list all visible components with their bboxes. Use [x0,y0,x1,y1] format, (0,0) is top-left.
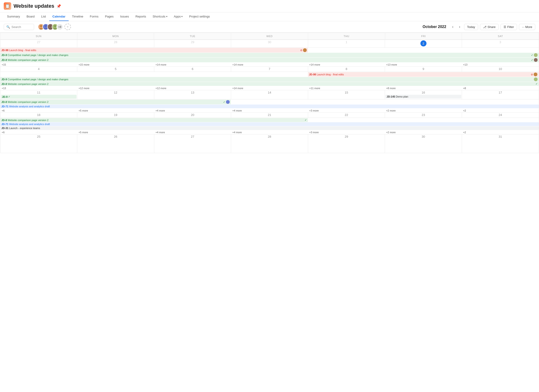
tab-pages[interactable]: Pages [102,12,117,21]
day-cell[interactable]: 27 28 29 30 1 [0,40,539,48]
more-link[interactable]: +6 [1,109,6,112]
more-link[interactable]: +13 [462,63,468,67]
day-8[interactable]: 8 [308,67,385,72]
tab-apps[interactable]: Apps ▾ [171,12,186,21]
tab-project-settings[interactable]: Project settings [186,12,213,21]
more-link[interactable]: +4 more [231,130,243,134]
next-month-button[interactable]: › [457,24,462,30]
tab-shortcuts[interactable]: Shortcuts ▾ [149,12,171,21]
day-28-sep[interactable]: 28 [77,40,154,48]
tab-issues[interactable]: Issues [117,12,132,21]
tab-list[interactable]: List [38,12,49,21]
event-jd98-week1[interactable]: JD-98 Launch blog - final edits ⊘ [0,48,308,53]
event-jd9-week1[interactable]: JD-9 Competitive market page / design an… [0,53,539,57]
day-12[interactable]: 12 [77,90,154,99]
more-link[interactable]: +8 [462,86,467,90]
tab-calendar[interactable]: Calendar [49,12,69,21]
event-jd8-week3[interactable]: JD-8 Website comparison page version 2 ✓ [0,100,231,104]
more-link[interactable]: +4 more [154,109,166,112]
filter-button[interactable]: ☰ Filter [500,24,517,30]
day-23[interactable]: 23 [385,113,462,118]
more-link[interactable]: +5 more [77,109,89,112]
day-16[interactable]: 16 JD-145 Demo plan [385,90,462,99]
more-link[interactable]: +12 more [154,86,167,90]
day-7[interactable]: 7 [231,67,308,72]
day-19[interactable]: 19 [77,113,154,118]
day-29-sep[interactable]: 29 [154,40,231,48]
day-29-oct[interactable]: 29 [308,134,385,153]
day-10[interactable]: 10 [462,67,539,72]
prev-month-button[interactable]: ‹ [450,24,455,30]
tab-summary[interactable]: Summary [4,12,23,21]
event-jd145[interactable]: JD-145 Demo plan [385,95,461,98]
event-jd71-week3[interactable]: JD-71 Website analysis and analytics dra… [0,105,539,108]
day-31[interactable]: 31 [462,134,539,153]
more-link[interactable]: +14 more [308,63,321,67]
event-jd8-week2[interactable]: JD-8 Website comparison page version 2 ✓ [0,82,539,86]
day-18[interactable]: 18 [0,113,77,118]
day-6[interactable]: 6 [154,67,231,72]
day-20[interactable]: 20 [154,113,231,118]
more-link[interactable]: +2 [462,109,467,112]
day-3-oct[interactable]: 3 [462,40,539,48]
today-button[interactable]: Today [464,24,478,30]
more-link[interactable]: +13 more [385,63,398,67]
event-jd9-day11[interactable]: JD-9 ✓ [1,95,77,99]
pin-icon[interactable]: 📌 [57,4,61,8]
more-link[interactable]: +14 more [154,63,167,67]
more-link[interactable]: +2 [462,130,467,134]
day-9[interactable]: 9 [385,67,462,72]
day-17[interactable]: 17 [462,90,539,99]
event-jd8-week1[interactable]: JD-8 Website comparison page version 2 ✓ [0,58,539,62]
day-30-sep[interactable]: 30 [231,40,308,48]
more-link[interactable]: +14 more [231,86,244,90]
more-link[interactable]: +13 [1,86,7,90]
more-link[interactable]: +15 [1,63,7,67]
more-link[interactable]: +12 more [77,86,90,90]
tab-reports[interactable]: Reports [132,12,149,21]
event-jd31-week4[interactable]: JD-31 Launch - experience teams [0,126,539,130]
day-30-oct[interactable]: 30 [385,134,462,153]
event-jd71-week4[interactable]: JD-71 Website analysis and analytics dra… [0,122,539,126]
more-link[interactable]: +8 more [385,86,397,90]
more-link[interactable]: +14 more [231,63,244,67]
day-5[interactable]: 5 [77,67,154,72]
tab-forms[interactable]: Forms [87,12,102,21]
more-link[interactable]: +5 more [77,130,89,134]
day-2-oct[interactable]: 2 [385,40,462,48]
day-25[interactable]: 25 [0,134,77,153]
event-jd9-week2[interactable]: JD-9 Competitive market page / design an… [0,77,539,82]
day-13[interactable]: 13 [154,90,231,99]
alert-icon: ⊘ [300,49,302,52]
day-24[interactable]: 24 [462,113,539,118]
day-27-sep[interactable]: 27 [0,40,77,48]
more-link[interactable]: +6 [1,130,6,134]
more-link[interactable]: +2 more [385,130,397,134]
more-button[interactable]: ··· More [519,24,535,30]
day-27-oct[interactable]: 27 [154,134,231,153]
day-11[interactable]: 11 JD-9 ✓ [0,90,77,99]
day-26[interactable]: 26 [77,134,154,153]
share-button[interactable]: ⎇ Share [480,24,499,30]
more-link[interactable]: +2 more [385,109,397,112]
day-4[interactable]: 4 [0,67,77,72]
day-1-oct[interactable]: 1 [308,40,385,48]
more-link[interactable]: +11 more [308,86,321,90]
day-21[interactable]: 21 [231,113,308,118]
search-box[interactable]: 🔍 Search [4,24,34,30]
day-14[interactable]: 14 [231,90,308,99]
day-28-oct[interactable]: 28 [231,134,308,153]
tab-board[interactable]: Board [23,12,38,21]
add-member-button[interactable]: + [64,24,71,30]
more-link[interactable]: +15 more [77,63,90,67]
tab-timeline[interactable]: Timeline [69,12,87,21]
more-link[interactable]: +4 more [231,109,243,112]
day-15[interactable]: 15 [308,90,385,99]
more-link[interactable]: +3 more [308,130,320,134]
day-22[interactable]: 22 [308,113,385,118]
avatars-extra-count[interactable]: +3 [57,24,63,30]
more-link[interactable]: +4 more [154,130,166,134]
event-jd98-week2[interactable]: JD-98 Launch blog - final edits ⊘ [308,72,539,77]
more-link[interactable]: +3 more [308,109,320,112]
event-jd8-week4[interactable]: JD-8 Website comparison page version 2 ✓ [0,118,308,122]
